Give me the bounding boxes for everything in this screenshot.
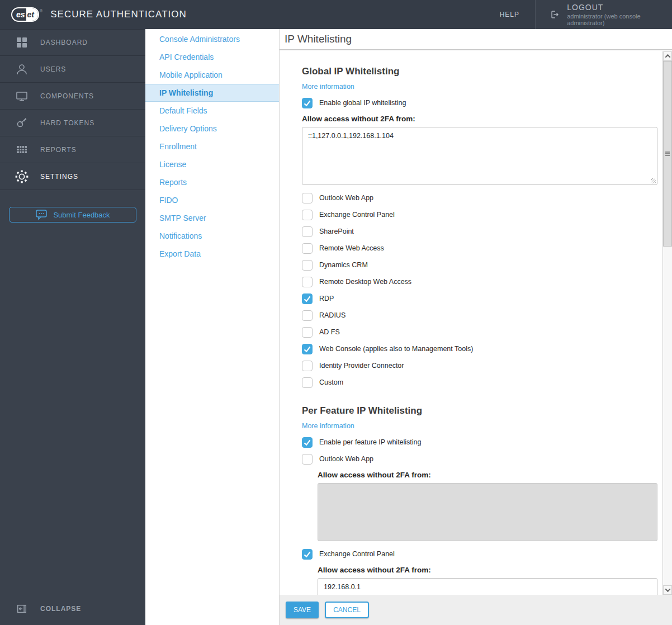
checkbox-label: Remote Desktop Web Access — [319, 278, 411, 286]
scroll-up-button[interactable] — [663, 51, 672, 61]
checkbox[interactable] — [302, 226, 313, 237]
global-feature-ad-fs[interactable]: AD FS — [302, 324, 657, 340]
page-title: IP Whitelisting — [285, 33, 352, 45]
global-feature-outlook-web-app[interactable]: Outlook Web App — [302, 190, 657, 206]
check-icon — [303, 345, 311, 353]
checkbox[interactable] — [302, 98, 313, 108]
global-feature-rdp[interactable]: RDP — [302, 290, 657, 307]
checkbox[interactable] — [302, 243, 313, 254]
checkbox[interactable] — [302, 454, 313, 465]
global-ip-list-input[interactable]: ::1,127.0.0.1,192.168.1.104 — [302, 127, 657, 185]
sidebar-item-components[interactable]: COMPONENTS — [0, 83, 145, 110]
global-section-heading: Global IP Whitelisting — [302, 66, 657, 77]
collapse-button[interactable]: COLLAPSE — [0, 600, 145, 617]
checkbox[interactable] — [302, 260, 313, 271]
logout-button[interactable]: LOGOUT administrator (web console admini… — [535, 0, 672, 29]
save-button[interactable]: SAVE — [286, 602, 319, 618]
user-icon — [13, 63, 30, 76]
logout-icon — [549, 8, 560, 21]
settings-nav-item-export-data[interactable]: Export Data — [145, 245, 279, 263]
checkbox[interactable] — [302, 437, 313, 448]
settings-nav-item-license[interactable]: License — [145, 155, 279, 173]
settings-nav-item-fido[interactable]: FIDO — [145, 191, 279, 209]
per-feature-section-heading: Per Feature IP Whitelisting — [302, 405, 657, 416]
settings-nav-item-delivery-options[interactable]: Delivery Options — [145, 120, 279, 138]
logout-user: administrator (web console administrator… — [567, 13, 662, 26]
global-feature-radius[interactable]: RADIUS — [302, 307, 657, 324]
global-feature-web-console[interactable]: Web Console (applies also to Management … — [302, 340, 657, 357]
global-feature-remote-web-access[interactable]: Remote Web Access — [302, 240, 657, 257]
scroll-down-button[interactable] — [663, 585, 672, 595]
global-feature-sharepoint[interactable]: SharePoint — [302, 223, 657, 240]
checkbox-label: Outlook Web App — [319, 455, 373, 463]
vertical-scrollbar[interactable] — [662, 51, 672, 595]
global-feature-custom[interactable]: Custom — [302, 374, 657, 391]
top-bar: es et ® SECURE AUTHENTICATION HELP LOGOU… — [0, 0, 672, 29]
checkbox[interactable] — [302, 310, 313, 321]
checkbox[interactable] — [302, 549, 313, 560]
submit-feedback-button[interactable]: Submit Feedback — [9, 207, 136, 222]
checkbox-label: AD FS — [319, 328, 340, 336]
key-icon — [13, 116, 30, 130]
collapse-icon — [13, 603, 30, 614]
checkbox[interactable] — [302, 210, 313, 220]
checkbox[interactable] — [302, 277, 313, 287]
checkbox-label: Exchange Control Panel — [319, 211, 395, 219]
checkbox-label: RADIUS — [319, 311, 346, 319]
checkbox-label: Dynamics CRM — [319, 261, 368, 269]
eset-logo-left: es — [12, 10, 26, 19]
sidebar-item-users[interactable]: USERS — [0, 56, 145, 83]
per-feature-more-information-link[interactable]: More information — [302, 422, 354, 430]
global-more-information-link[interactable]: More information — [302, 83, 354, 91]
sidebar-item-dashboard[interactable]: DASHBOARD — [0, 29, 145, 56]
exchange-allow-access-label: Allow access without 2FA from: — [318, 566, 657, 574]
checkbox[interactable] — [302, 327, 313, 338]
cancel-button[interactable]: CANCEL — [325, 602, 369, 618]
collapse-label: COLLAPSE — [40, 605, 81, 613]
settings-nav-item-enrollment[interactable]: Enrollment — [145, 138, 279, 155]
registered-mark: ® — [40, 9, 42, 13]
per-feature-outlook-web-app[interactable]: Outlook Web App — [302, 451, 657, 467]
page-header: IP Whitelisting — [280, 29, 672, 50]
enable-global-whitelisting-checkbox[interactable]: Enable global IP whitelisting — [302, 94, 657, 111]
checkbox[interactable] — [302, 193, 313, 203]
settings-nav-item-default-fields[interactable]: Default Fields — [145, 102, 279, 120]
checkbox[interactable] — [302, 377, 313, 388]
settings-nav-item-api-credentials[interactable]: API Credentials — [145, 48, 279, 66]
checkbox-label: Custom — [319, 378, 343, 386]
enable-per-feature-whitelisting-checkbox[interactable]: Enable per feature IP whitelisting — [302, 434, 657, 451]
checkbox-label: RDP — [319, 295, 334, 302]
settings-nav-item-ip-whitelisting[interactable]: IP Whitelisting — [145, 84, 279, 102]
sidebar-item-label: COMPONENTS — [40, 92, 94, 100]
settings-nav-item-console-administrators[interactable]: Console Administrators — [145, 30, 279, 48]
resize-grip-icon[interactable] — [651, 178, 656, 183]
checkbox[interactable] — [302, 361, 313, 371]
feedback-label: Submit Feedback — [53, 211, 110, 219]
checkbox-label: Outlook Web App — [319, 194, 373, 202]
sidebar-item-settings[interactable]: SETTINGS — [0, 163, 145, 190]
global-feature-identity-provider-connector[interactable]: Identity Provider Connector — [302, 357, 657, 374]
action-footer: SAVE CANCEL — [280, 595, 672, 625]
scrollbar-thumb[interactable] — [663, 61, 672, 247]
sidebar-item-reports[interactable]: REPORTS — [0, 136, 145, 163]
main-panel: IP Whitelisting Global IP Whitelisting M… — [280, 29, 672, 625]
settings-nav-item-reports[interactable]: Reports — [145, 173, 279, 191]
monitor-icon — [13, 89, 30, 103]
app-title: SECURE AUTHENTICATION — [50, 9, 187, 20]
settings-nav-item-mobile-application[interactable]: Mobile Application — [145, 66, 279, 84]
check-icon — [303, 99, 311, 107]
checkbox[interactable] — [302, 293, 313, 304]
check-icon — [303, 438, 311, 447]
sidebar-item-label: USERS — [40, 65, 66, 73]
help-button[interactable]: HELP — [484, 0, 535, 29]
global-feature-exchange-control-panel[interactable]: Exchange Control Panel — [302, 206, 657, 223]
global-allow-access-label: Allow access without 2FA from: — [302, 115, 657, 123]
checkbox[interactable] — [302, 344, 313, 354]
per-feature-exchange-control-panel[interactable]: Exchange Control Panel — [302, 546, 657, 562]
settings-nav-item-smtp-server[interactable]: SMTP Server — [145, 209, 279, 227]
check-icon — [303, 295, 311, 303]
settings-nav-item-notifications[interactable]: Notifications — [145, 227, 279, 245]
global-feature-dynamics-crm[interactable]: Dynamics CRM — [302, 257, 657, 273]
global-feature-remote-desktop-web-access[interactable]: Remote Desktop Web Access — [302, 273, 657, 290]
sidebar-item-hard-tokens[interactable]: HARD TOKENS — [0, 110, 145, 136]
